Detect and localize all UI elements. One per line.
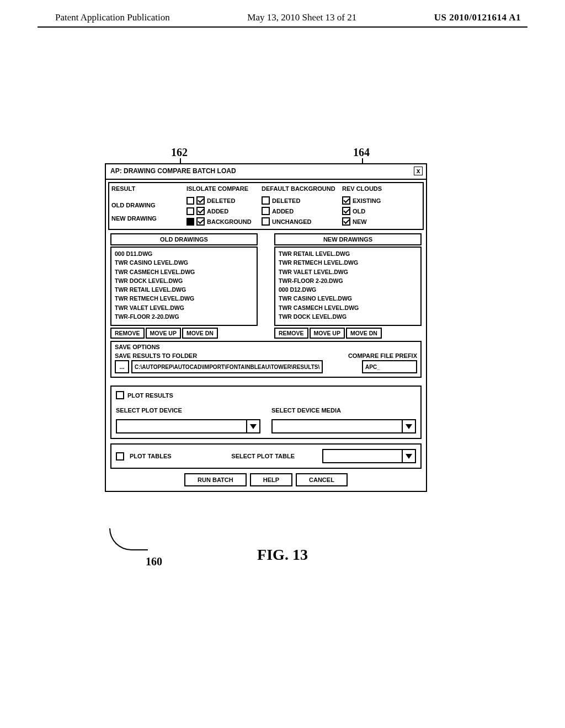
close-icon: x xyxy=(417,167,420,175)
list-item[interactable]: TWR CASMECH LEVEL.DWG xyxy=(115,267,253,276)
defaultbg-unchanged-label: UNCHANGED xyxy=(272,218,312,225)
rev-old-label: OLD xyxy=(353,208,365,215)
run-batch-button[interactable]: RUN BATCH xyxy=(184,473,247,486)
browse-button[interactable]: ... xyxy=(115,360,129,373)
isolate-deleted-label: DELETED xyxy=(207,197,235,204)
plot-table-dropdown[interactable] xyxy=(322,449,416,463)
defaultbg-added-label: ADDED xyxy=(272,208,294,215)
plot-results-label: PLOT RESULTS xyxy=(127,392,173,399)
rev-old-checkbox[interactable] xyxy=(342,207,350,215)
header-rule xyxy=(38,26,527,28)
list-item[interactable]: 000 D11.DWG xyxy=(115,249,253,258)
list-item[interactable]: TWR RETAIL LEVEL.DWG xyxy=(115,285,253,294)
chevron-down-icon xyxy=(402,450,415,462)
select-device-media-label: SELECT DEVICE MEDIA xyxy=(271,407,416,414)
isolate-background-checkbox[interactable] xyxy=(196,217,205,226)
new-drawings-header: NEW DRAWINGS xyxy=(274,233,422,245)
plot-results-checkbox[interactable] xyxy=(116,391,124,399)
new-drawing-label: NEW DRAWING xyxy=(111,215,183,222)
plot-tables-panel: PLOT TABLES SELECT PLOT TABLE xyxy=(110,443,422,469)
result-column: RESULT OLD DRAWING NEW DRAWING xyxy=(111,185,183,226)
device-media-dropdown[interactable] xyxy=(271,419,416,433)
new-moveup-button[interactable]: MOVE UP xyxy=(310,328,345,339)
default-bg-column: DEFAULT BACKGROUND DELETED ADDED UNCHANG… xyxy=(262,185,339,226)
old-remove-button[interactable]: REMOVE xyxy=(110,328,145,339)
old-drawing-label: OLD DRAWING xyxy=(111,202,183,208)
list-item[interactable]: 000 D12.DWG xyxy=(279,285,417,294)
rev-clouds-column: REV CLOUDS EXISTING OLD NEW xyxy=(342,185,420,226)
isolate-added-checkbox[interactable] xyxy=(196,207,205,215)
list-item[interactable]: TWR RETAIL LEVEL.DWG xyxy=(279,249,417,258)
list-item[interactable]: TWR-FLOOR 2-20.DWG xyxy=(115,312,253,321)
title-bar: AP: DRAWING COMPARE BATCH LOAD x xyxy=(106,164,426,180)
isolate-added-label: ADDED xyxy=(207,208,228,215)
isolate-deleted-checkbox[interactable] xyxy=(196,196,205,205)
defaultbg-deleted-checkbox[interactable] xyxy=(262,196,270,205)
rev-existing-label: EXISTING xyxy=(353,197,381,204)
chevron-down-icon xyxy=(246,420,259,432)
list-item[interactable]: TWR VALET LEVEL.DWG xyxy=(115,303,253,312)
list-item[interactable]: TWR RETMECH LEVEL.DWG xyxy=(279,258,417,267)
isolate-head: ISLOLATE COMPARE xyxy=(186,185,258,192)
new-drawings-col: NEW DRAWINGS TWR RETAIL LEVEL.DWG TWR RE… xyxy=(274,233,422,339)
result-head: RESULT xyxy=(111,185,183,192)
isolate-background-swatch xyxy=(186,218,194,226)
compare-file-prefix-label: COMPARE FILE PREFIX xyxy=(326,352,417,359)
plot-results-panel: PLOT RESULTS SELECT PLOT DEVICE SELECT D… xyxy=(110,386,422,439)
defaultbg-added-checkbox[interactable] xyxy=(262,207,270,215)
figure-label: FIG. 13 xyxy=(0,546,565,564)
save-options-panel: SAVE OPTIONS SAVE RESULTS TO FOLDER ... … xyxy=(110,341,422,378)
save-options-label: SAVE OPTIONS xyxy=(111,342,420,351)
prefix-textbox[interactable]: APC_ xyxy=(362,360,417,373)
list-item[interactable]: TWR VALET LEVEL.DWG xyxy=(279,267,417,276)
plot-tables-label: PLOT TABLES xyxy=(130,453,172,459)
old-drawings-header: OLD DRAWINGS xyxy=(110,233,258,245)
new-movedn-button[interactable]: MOVE DN xyxy=(346,328,382,339)
isolate-deleted-swatch xyxy=(186,197,194,205)
rev-new-label: NEW xyxy=(353,218,367,225)
top-options-panel: RESULT OLD DRAWING NEW DRAWING ISLOLATE … xyxy=(108,182,424,230)
callout-162: 162 xyxy=(171,146,188,159)
list-item[interactable]: TWR DOCK LEVEL.DWG xyxy=(279,312,417,321)
save-results-to-folder-label: SAVE RESULTS TO FOLDER xyxy=(115,352,323,359)
header-right: US 2010/0121614 A1 xyxy=(434,12,521,23)
old-drawings-listbox[interactable]: 000 D11.DWG TWR CASINO LEVEL.DWG TWR CAS… xyxy=(110,247,258,326)
plot-tables-checkbox[interactable] xyxy=(116,452,124,461)
chevron-down-icon xyxy=(402,420,415,432)
list-item[interactable]: TWR-FLOOR 2-20.DWG xyxy=(279,276,417,285)
list-item[interactable]: TWR CASMECH LEVEL.DWG xyxy=(279,303,417,312)
callout-164: 164 xyxy=(353,146,370,159)
ellipsis-icon: ... xyxy=(119,363,124,370)
isolate-added-swatch xyxy=(186,207,194,215)
page-header: Patent Application Publication May 13, 2… xyxy=(0,0,565,26)
defaultbg-deleted-label: DELETED xyxy=(272,197,300,204)
help-button[interactable]: HELP xyxy=(250,473,292,486)
dialog: AP: DRAWING COMPARE BATCH LOAD x RESULT … xyxy=(105,163,427,492)
results-path-textbox[interactable]: C:\AUTOPREP\AUTOCAD\IMPORT\FONTAINBLEAU\… xyxy=(131,360,323,373)
default-bg-head: DEFAULT BACKGROUND xyxy=(262,185,339,192)
dialog-title: AP: DRAWING COMPARE BATCH LOAD xyxy=(110,167,236,175)
isolate-column: ISLOLATE COMPARE DELETED ADDED BACKGROUN… xyxy=(186,185,258,226)
bottom-buttons: RUN BATCH HELP CANCEL xyxy=(106,471,426,491)
old-movedn-button[interactable]: MOVE DN xyxy=(182,328,218,339)
select-plot-table-label: SELECT PLOT TABLE xyxy=(231,453,295,459)
old-moveup-button[interactable]: MOVE UP xyxy=(146,328,181,339)
new-drawings-listbox[interactable]: TWR RETAIL LEVEL.DWG TWR RETMECH LEVEL.D… xyxy=(274,247,422,326)
select-plot-device-label: SELECT PLOT DEVICE xyxy=(116,407,260,414)
list-item[interactable]: TWR DOCK LEVEL.DWG xyxy=(115,276,253,285)
isolate-background-label: BACKGROUND xyxy=(207,218,252,225)
close-button[interactable]: x xyxy=(414,167,423,175)
rev-existing-checkbox[interactable] xyxy=(342,196,350,205)
list-item[interactable]: TWR RETMECH LEVEL.DWG xyxy=(115,294,253,303)
list-item[interactable]: TWR CASINO LEVEL.DWG xyxy=(279,294,417,303)
cancel-button[interactable]: CANCEL xyxy=(296,473,348,486)
defaultbg-unchanged-checkbox[interactable] xyxy=(262,217,270,226)
plot-device-dropdown[interactable] xyxy=(116,419,260,433)
header-mid: May 13, 2010 Sheet 13 of 21 xyxy=(247,12,356,23)
new-remove-button[interactable]: REMOVE xyxy=(274,328,308,339)
rev-new-checkbox[interactable] xyxy=(342,217,350,226)
rev-head: REV CLOUDS xyxy=(342,185,420,192)
old-drawings-col: OLD DRAWINGS 000 D11.DWG TWR CASINO LEVE… xyxy=(110,233,258,339)
list-item[interactable]: TWR CASINO LEVEL.DWG xyxy=(115,258,253,267)
lists-row: OLD DRAWINGS 000 D11.DWG TWR CASINO LEVE… xyxy=(106,232,426,340)
